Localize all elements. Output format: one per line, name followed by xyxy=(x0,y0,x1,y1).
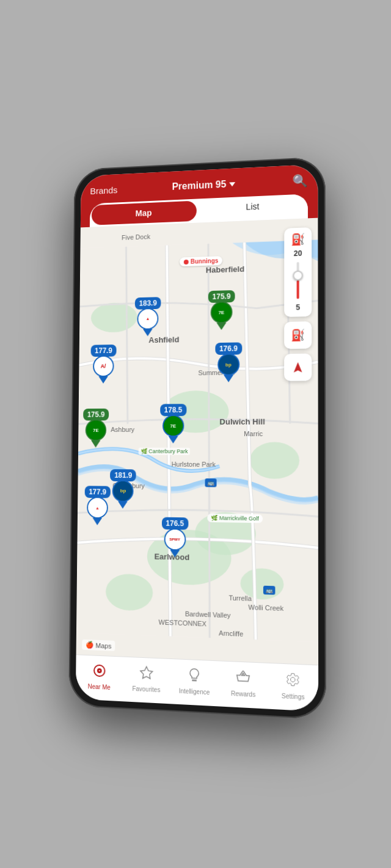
rewards-icon xyxy=(236,669,251,688)
brand-logo: SPWY xyxy=(164,528,186,550)
price-bubble: 176.9 xyxy=(215,342,242,355)
location-arrow-icon xyxy=(291,361,304,374)
range-max-label: 20 xyxy=(294,249,302,257)
rewards-label: Rewards xyxy=(231,690,255,698)
speedway-logo: SPWY xyxy=(165,529,185,549)
price-bubble: 177.9 xyxy=(85,486,111,498)
price-bubble: 178.5 xyxy=(160,404,186,416)
tab-map[interactable]: Map xyxy=(92,200,197,225)
pin-tail xyxy=(119,501,128,508)
nav-rewards[interactable]: Rewards xyxy=(219,666,268,701)
map-area[interactable]: Five Dock Haberfield Ashfield Summer Hil… xyxy=(76,217,318,665)
settings-icon xyxy=(285,671,301,691)
intelligence-icon xyxy=(187,667,202,687)
near-me-label: Near Me xyxy=(88,683,111,691)
apple-maps-watermark: 🍎 Maps xyxy=(82,639,115,651)
brand-logo: A/ xyxy=(93,355,114,377)
fuel-selector[interactable]: Premium 95 xyxy=(172,178,235,192)
price-bubble: 175.9 xyxy=(83,409,109,421)
range-thumb[interactable] xyxy=(293,270,302,280)
apple-icon: 🍎 xyxy=(86,640,94,649)
nav-near-me[interactable]: Near Me xyxy=(76,660,123,694)
bunnings-marker: Bunnings xyxy=(180,256,222,266)
bus-stop-2: 🚌 xyxy=(263,586,276,595)
search-icon: 🔍 xyxy=(292,173,307,188)
phone-screen: Brands Premium 95 🔍 Map List xyxy=(76,164,318,711)
station-pin-8[interactable]: 177.9 ▲ xyxy=(84,486,111,525)
station-pin-2[interactable]: 177.9 A/ xyxy=(90,345,117,384)
brand-logo: bp xyxy=(112,480,134,501)
pin-tail xyxy=(216,323,226,330)
price-bubble: 176.5 xyxy=(161,517,188,530)
pin-tail xyxy=(91,440,100,448)
bunnings-label: Bunnings xyxy=(191,257,218,264)
price-bubble: 175.9 xyxy=(208,290,235,303)
station-pin-9[interactable]: 176.5 SPWY xyxy=(161,517,188,557)
golf-icon: 🌿 xyxy=(211,514,217,520)
ampol-logo: ▲ xyxy=(88,498,107,517)
maps-label: Maps xyxy=(95,641,111,649)
map-background xyxy=(76,217,318,665)
pin-tail xyxy=(224,374,233,382)
brand-logo: 7E xyxy=(210,301,232,324)
nav-favourites[interactable]: Favourites xyxy=(122,662,170,696)
pin-tail xyxy=(98,376,108,384)
seven-eleven-logo: 7E xyxy=(163,416,183,436)
range-control-box: ⛽ 20 5 xyxy=(284,227,312,317)
location-button[interactable] xyxy=(284,353,312,381)
range-min-label: 5 xyxy=(296,303,300,312)
pin-tail xyxy=(168,436,178,443)
fuel-filter-button[interactable]: ⛽ xyxy=(284,321,312,349)
station-pin-1[interactable]: 183.9 ▲ xyxy=(134,296,161,336)
price-bubble: 181.9 xyxy=(110,469,136,481)
nav-intelligence[interactable]: Intelligence xyxy=(170,664,219,699)
favourites-icon xyxy=(139,665,154,684)
settings-label: Settings xyxy=(282,692,305,700)
range-fill xyxy=(297,280,299,299)
brand-logo: bp xyxy=(217,353,239,375)
tab-list[interactable]: List xyxy=(199,194,308,222)
fuel-type-label: Premium 95 xyxy=(172,178,226,192)
search-button[interactable]: 🔍 xyxy=(292,173,307,188)
station-pin-4[interactable]: 175.9 7E xyxy=(208,290,235,330)
station-pin-6[interactable]: 178.5 7E xyxy=(159,404,186,443)
pin-tail xyxy=(170,550,180,557)
bus-stop-1: 🚌 xyxy=(205,478,216,487)
bp-logo: bp xyxy=(219,354,238,374)
bunnings-dot xyxy=(184,259,189,264)
brand-logo: 7E xyxy=(86,419,107,440)
fuel-ctrl-icon: ⛽ xyxy=(291,232,304,246)
map-controls: ⛽ 20 5 ⛽ xyxy=(284,227,312,381)
brand-logo: ▲ xyxy=(137,307,158,329)
station-pin-5[interactable]: 176.9 bp xyxy=(215,342,242,382)
golf-label: Marrickville Golf xyxy=(219,515,259,522)
app-header: Brands Premium 95 🔍 Map List xyxy=(81,164,318,227)
marrickville-golf: 🌿 Marrickville Golf xyxy=(207,513,263,523)
nav-settings[interactable]: Settings xyxy=(268,668,318,704)
favourites-label: Favourites xyxy=(132,685,160,693)
pin-tail xyxy=(92,517,101,525)
range-slider[interactable] xyxy=(297,261,299,298)
chevron-down-icon xyxy=(229,181,235,186)
seven-eleven-logo: 7E xyxy=(86,420,105,439)
bp-logo: bp xyxy=(114,481,133,500)
price-bubble: 177.9 xyxy=(90,345,116,357)
station-pin-7[interactable]: 181.9 bp xyxy=(110,469,136,508)
brand-logo: 7E xyxy=(162,415,184,437)
phone-frame: Brands Premium 95 🔍 Map List xyxy=(68,156,326,720)
seven-eleven-logo: 7E xyxy=(211,302,231,323)
station-pin-3[interactable]: 175.9 7E xyxy=(83,409,109,448)
brands-button[interactable]: Brands xyxy=(90,184,117,195)
price-bubble: 183.9 xyxy=(135,296,161,309)
pin-tail xyxy=(143,328,153,335)
brand-logo: ▲ xyxy=(87,497,108,519)
park-icon: 🌿 xyxy=(141,448,148,454)
header-top: Brands Premium 95 🔍 xyxy=(90,173,308,197)
canterbury-park: 🌿 Canterbury Park xyxy=(139,447,191,454)
intelligence-label: Intelligence xyxy=(179,687,210,696)
near-me-icon xyxy=(92,663,106,682)
park-label: Canterbury Park xyxy=(148,448,188,454)
fuel-filter-icon: ⛽ xyxy=(291,328,305,342)
ampol-logo: ▲ xyxy=(138,308,157,328)
